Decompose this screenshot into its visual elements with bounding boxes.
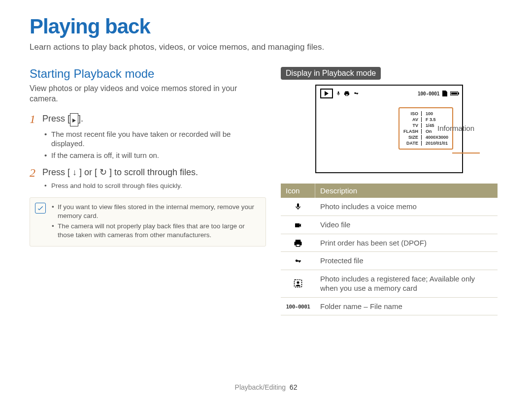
table-desc: Folder name – File name <box>315 298 498 315</box>
key-icon <box>293 258 303 265</box>
step-number: 1 <box>30 113 38 126</box>
right-column: Display in Playback mode 100-0001 <box>281 67 498 315</box>
th-desc: Description <box>315 184 498 198</box>
th-icon: Icon <box>281 184 315 198</box>
section-heading: Starting Playback mode <box>30 67 266 81</box>
display-mode-label: Display in Playback mode <box>281 67 381 80</box>
folder-file-code: 100-0001 <box>418 91 439 96</box>
step-1-prefix: Press [ <box>42 114 70 123</box>
footer-section: Playback/Editing <box>235 383 286 391</box>
battery-icon <box>450 92 458 95</box>
page-subtitle: Learn actions to play back photos, video… <box>30 42 502 52</box>
display-top-bar: 100-0001 <box>320 89 458 98</box>
step-1-bullet: If the camera is off, it will turn on. <box>44 151 266 160</box>
step-1-suffix: ]. <box>78 114 83 123</box>
face-icon <box>293 278 303 288</box>
left-column: Starting Playback mode View photos or pl… <box>30 67 266 315</box>
step-2-bullets: Press and hold to scroll through files q… <box>44 182 266 190</box>
step-1-bullet: The most recent file you have taken or r… <box>44 129 266 149</box>
note-item: The camera will not properly play back f… <box>52 222 260 239</box>
table-row: Print order has been set (DPOF) <box>281 234 498 252</box>
table-desc: Print order has been set (DPOF) <box>315 234 498 252</box>
info-key: SIZE <box>403 135 422 140</box>
step-1-bullets: The most recent file you have taken or r… <box>44 129 266 160</box>
step-number: 2 <box>30 167 38 179</box>
table-desc: Video file <box>315 216 498 234</box>
note-item: If you want to view files stored in the … <box>52 203 260 220</box>
step-2-text: Press [ ↓ ] or [ ↻ ] to scroll through f… <box>42 167 198 179</box>
table-row: Photo includes a voice memo <box>281 198 498 216</box>
step-2-bullet: Press and hold to scroll through files q… <box>44 182 266 190</box>
info-val: 2010/01/01 <box>423 141 448 146</box>
folder-file-icon: 100-0001 <box>286 304 310 310</box>
leader-line <box>452 153 480 154</box>
mic-icon <box>294 202 302 212</box>
table-desc: Photo includes a registered face; Availa… <box>315 270 498 297</box>
table-row: Video file <box>281 216 498 234</box>
table-row: Protected file <box>281 252 498 270</box>
playback-mode-icon <box>320 89 333 98</box>
key-icon <box>353 91 360 96</box>
info-val: 4000X3000 <box>423 135 448 140</box>
page-title: Playing back <box>30 15 502 38</box>
videocam-icon <box>293 221 303 229</box>
mic-icon <box>336 91 341 96</box>
icon-table-header: Icon Description <box>281 183 498 198</box>
page-footer: Playback/Editing 62 <box>0 383 532 391</box>
table-row: Photo includes a registered face; Availa… <box>281 270 498 298</box>
info-val: 100 <box>423 111 448 116</box>
section-desc: View photos or play videos and voice mem… <box>30 84 266 104</box>
icon-table: Photo includes a voice memo Video file P… <box>281 198 498 315</box>
step-1: 1 Press []. <box>30 113 266 126</box>
information-callout-label: Information <box>437 124 474 132</box>
svg-point-1 <box>297 281 299 284</box>
printer-icon <box>294 239 302 247</box>
table-row: 100-0001 Folder name – File name <box>281 298 498 316</box>
sd-card-icon <box>442 91 447 96</box>
info-val: F 3.5 <box>423 117 448 122</box>
step-1-text: Press []. <box>42 113 83 126</box>
two-column-layout: Starting Playback mode View photos or pl… <box>30 67 502 315</box>
footer-page-number: 62 <box>290 383 298 391</box>
table-desc: Photo includes a voice memo <box>315 198 498 216</box>
step-2: 2 Press [ ↓ ] or [ ↻ ] to scroll through… <box>30 167 266 179</box>
note-icon <box>35 203 46 214</box>
note-box: If you want to view files stored in the … <box>30 197 266 247</box>
info-key: ISO <box>403 111 422 116</box>
table-desc: Protected file <box>315 252 498 270</box>
printer-icon <box>344 91 350 96</box>
play-button-icon <box>70 113 78 126</box>
info-key: FLASH <box>403 129 422 134</box>
info-key: DATE <box>403 141 422 146</box>
info-key: AV <box>403 117 422 122</box>
info-key: TV <box>403 123 422 128</box>
